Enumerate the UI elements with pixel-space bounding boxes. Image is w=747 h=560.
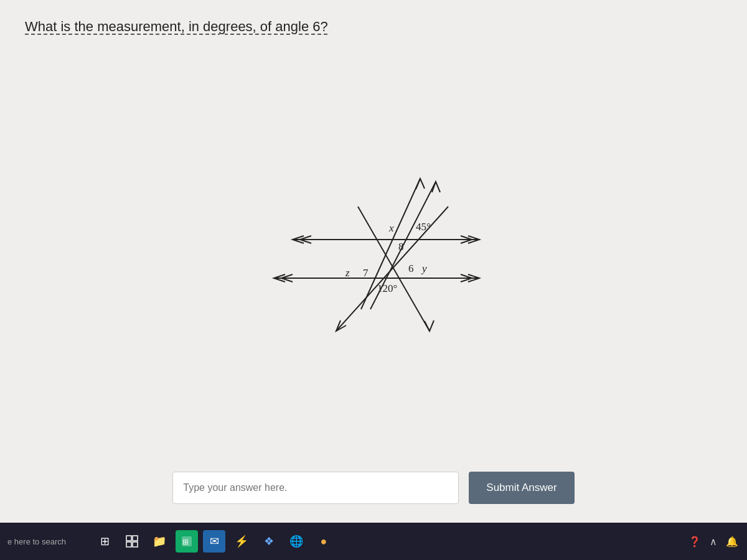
question-area: What is the measurement, in degrees, of … — [0, 0, 747, 459]
diagram-container: x 45° 8 z 7 6 y 120° — [25, 47, 722, 447]
svg-rect-14 — [126, 536, 131, 541]
svg-text:120°: 120° — [377, 282, 397, 294]
svg-rect-16 — [126, 542, 131, 547]
question-text: What is the measurement, in degrees, of … — [25, 19, 722, 35]
app-icon-1[interactable]: ⊞ — [176, 530, 198, 553]
file-manager-icon[interactable]: 📁 — [148, 530, 171, 553]
geometry-diagram: x 45° 8 z 7 6 y 120° — [255, 141, 492, 353]
svg-text:8: 8 — [398, 241, 404, 253]
submit-button[interactable]: Submit Answer — [469, 472, 574, 504]
chevron-up-icon[interactable]: ∧ — [707, 533, 720, 550]
edge-icon[interactable]: 🌐 — [285, 530, 308, 553]
taskbar-icons: ⊞ 📁 ⊞ ✉ ⚡ ❖ 🌐 ● — [93, 530, 335, 553]
flash-icon[interactable]: ⚡ — [230, 530, 253, 553]
main-screen: What is the measurement, in degrees, of … — [0, 0, 747, 523]
taskview-icon[interactable] — [121, 530, 143, 553]
svg-rect-15 — [133, 536, 138, 541]
svg-text:7: 7 — [363, 267, 369, 279]
svg-text:z: z — [345, 267, 350, 279]
taskbar-right: ❓ ∧ 🔔 — [686, 533, 741, 550]
answer-input[interactable] — [172, 472, 459, 504]
grid-icon[interactable]: ❖ — [258, 530, 280, 553]
taskbar: e here to search ⊞ 📁 ⊞ ✉ ⚡ ❖ 🌐 ● ❓ ∧ 🔔 — [0, 523, 747, 560]
chrome-icon[interactable]: ● — [312, 530, 335, 553]
notification-icon[interactable]: 🔔 — [723, 533, 741, 550]
svg-rect-17 — [133, 542, 138, 547]
taskbar-search-text[interactable]: e here to search — [0, 537, 66, 546]
email-icon[interactable]: ✉ — [203, 530, 225, 553]
svg-text:⊞: ⊞ — [182, 538, 189, 546]
svg-text:y: y — [421, 263, 427, 274]
answer-row: Submit Answer — [0, 459, 747, 523]
svg-text:6: 6 — [408, 263, 414, 274]
question-tray-icon[interactable]: ❓ — [686, 533, 703, 550]
svg-text:x: x — [388, 222, 394, 234]
svg-text:45°: 45° — [416, 221, 431, 233]
start-button[interactable]: ⊞ — [93, 530, 116, 553]
